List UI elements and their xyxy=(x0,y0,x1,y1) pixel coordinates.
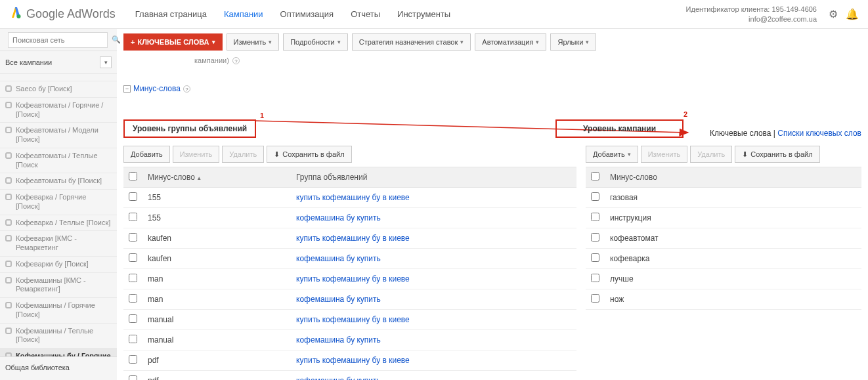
adgroup-link[interactable]: кофемашина бу купить xyxy=(291,289,576,310)
neg-word-cell: 155 xyxy=(142,188,291,208)
neg-word-cell: manual xyxy=(142,310,291,330)
row-checkbox[interactable] xyxy=(129,253,137,262)
left-delete-button[interactable]: Удалить xyxy=(222,146,264,163)
adgroup-link[interactable]: кофемашина бу купить xyxy=(291,208,576,228)
col-neg-word[interactable]: Минус-слово xyxy=(142,167,291,188)
sidebar-item[interactable]: Кофеварки [КМС - Ремаркетинг xyxy=(0,231,117,257)
details-button[interactable]: Подробности ▾ xyxy=(283,33,348,51)
sidebar-item[interactable]: Кофемашины / Горячие [Поиск] xyxy=(0,298,117,324)
col-adgroup[interactable]: Группа объявлений xyxy=(291,167,576,188)
status-icon xyxy=(5,302,12,308)
collapse-section-icon[interactable]: − xyxy=(123,85,131,93)
nav-optimization[interactable]: Оптимизация xyxy=(280,9,334,19)
table-row: нож xyxy=(586,289,861,310)
adgroup-link[interactable]: купить кофемашину бу в киеве xyxy=(291,269,576,289)
neg-word-cell: нож xyxy=(605,289,861,310)
adgroup-link[interactable]: кофемашина бу купить xyxy=(291,371,576,381)
sidebar-item[interactable]: Кофеавтоматы бу [Поиск] xyxy=(0,173,117,190)
sidebar-item[interactable]: Кофемашины бу / Горячие [Поиск] xyxy=(0,348,117,356)
campaign-level-title: Уровень кампании 2 xyxy=(555,119,684,138)
right-add-button[interactable]: Добавить ▾ xyxy=(586,146,638,163)
neg-word-cell: кофеварка xyxy=(605,249,861,269)
annotation-1: 1 xyxy=(260,112,264,119)
adgroup-link[interactable]: купить кофемашину бу в киеве xyxy=(291,188,576,208)
campaigns-dropdown-icon[interactable]: ▾ xyxy=(100,56,112,68)
table-row: kaufenкофемашина бу купить xyxy=(123,249,576,269)
sidebar-item[interactable]: Кофемашины / Теплые [Поиск] xyxy=(0,324,117,349)
sidebar-item-label: Кофемашины / Горячие [Поиск] xyxy=(16,301,112,320)
row-checkbox[interactable] xyxy=(129,294,137,303)
sidebar-item-label: Кофеавтоматы / Горячие / [Поиск] xyxy=(16,101,112,119)
status-icon xyxy=(5,177,12,184)
row-checkbox[interactable] xyxy=(129,375,137,380)
labels-button[interactable]: Ярлыки ▾ xyxy=(550,33,596,51)
right-edit-button[interactable]: Изменить xyxy=(641,146,688,163)
row-checkbox[interactable] xyxy=(591,192,599,201)
row-checkbox[interactable] xyxy=(591,253,599,262)
adgroup-link[interactable]: кофемашина бу купить xyxy=(291,249,576,269)
help-icon[interactable]: ? xyxy=(183,85,190,93)
row-checkbox[interactable] xyxy=(129,355,137,364)
left-save-button[interactable]: ⬇ Сохранить в файл xyxy=(267,146,351,163)
row-checkbox[interactable] xyxy=(591,294,599,303)
row-checkbox[interactable] xyxy=(129,213,137,221)
bell-icon[interactable]: 🔔 xyxy=(846,8,859,20)
row-checkbox[interactable] xyxy=(591,233,599,242)
sidebar-item[interactable]: Кофеварка / Горячие [Поиск] xyxy=(0,190,117,215)
row-checkbox[interactable] xyxy=(591,274,599,282)
neg-word-cell: 155 xyxy=(142,208,291,228)
right-delete-button[interactable]: Удалить xyxy=(690,146,732,163)
sidebar-item[interactable]: Кофеавтоматы / Модели [Поиск] xyxy=(0,123,117,148)
table-row: kaufenкупить кофемашину бу в киеве xyxy=(123,228,576,249)
table-row: 155кофемашина бу купить xyxy=(123,208,576,228)
left-select-all-checkbox[interactable] xyxy=(129,172,137,180)
status-icon xyxy=(5,277,12,284)
status-icon xyxy=(5,194,12,200)
adgroup-neg-table: Минус-слово Группа объявлений 155купить … xyxy=(123,167,576,380)
row-checkbox[interactable] xyxy=(591,213,599,221)
row-checkbox[interactable] xyxy=(129,233,137,242)
nav-tools[interactable]: Инструменты xyxy=(397,9,450,19)
row-checkbox[interactable] xyxy=(129,314,137,323)
left-add-button[interactable]: Добавить xyxy=(123,146,170,163)
sidebar-item[interactable]: Кофемашины [КМС - Ремаркетинг] xyxy=(0,273,117,299)
nav-campaigns[interactable]: Кампании xyxy=(224,9,263,19)
nav-home[interactable]: Главная страница xyxy=(135,9,207,19)
adgroup-link[interactable]: кофемашина бу купить xyxy=(291,330,576,350)
negative-keywords-link[interactable]: Минус-слова xyxy=(133,84,181,93)
svg-point-2 xyxy=(17,14,21,18)
nav-reports[interactable]: Отчеты xyxy=(351,9,380,19)
adgroup-link[interactable]: купить кофемашину бу в киеве xyxy=(291,228,576,249)
sidebar-item[interactable]: Кофеавтоматы / Теплые [Поиск xyxy=(0,148,117,174)
sidebar-item[interactable]: Кофеварки бу [Поиск] xyxy=(0,257,117,273)
gear-icon[interactable]: ⚙ xyxy=(829,8,838,20)
col-neg-word[interactable]: Минус-слово xyxy=(605,167,861,188)
neg-word-cell: manual xyxy=(142,330,291,350)
neg-word-cell: лучше xyxy=(605,269,861,289)
neg-word-cell: газовая xyxy=(605,188,861,208)
keyword-lists-link[interactable]: Списки ключевых слов xyxy=(777,129,861,138)
all-campaigns-label[interactable]: Все кампании xyxy=(5,58,52,66)
sidebar-shared-library[interactable]: Общая библиотека xyxy=(0,356,117,378)
table-row: 155купить кофемашину бу в киеве xyxy=(123,188,576,208)
right-select-all-checkbox[interactable] xyxy=(591,172,599,180)
adgroup-link[interactable]: купить кофемашину бу в киеве xyxy=(291,310,576,330)
row-checkbox[interactable] xyxy=(129,192,137,201)
right-save-button[interactable]: ⬇ Сохранить в файл xyxy=(735,146,819,163)
bidstrategy-button[interactable]: Стратегия назначения ставок ▾ xyxy=(352,33,471,51)
automation-button[interactable]: Автоматизация ▾ xyxy=(475,33,546,51)
sidebar-item[interactable]: Saeco бу [Поиск] xyxy=(0,81,117,98)
keywords-button[interactable]: + КЛЮЧЕВЫЕ СЛОВА ▾ xyxy=(123,33,223,51)
sidebar-item[interactable]: Кофеавтоматы / Горячие / [Поиск] xyxy=(0,98,117,123)
left-edit-button[interactable]: Изменить xyxy=(173,146,220,163)
edit-button[interactable]: Изменить ▾ xyxy=(227,33,280,51)
sidebar-search-input[interactable] xyxy=(8,32,108,48)
row-checkbox[interactable] xyxy=(129,335,137,343)
help-icon[interactable]: ? xyxy=(232,57,240,64)
neg-word-cell: pdf xyxy=(142,350,291,371)
sidebar-item[interactable]: Кофеварка / Теплые [Поиск] xyxy=(0,215,117,232)
table-row: pdfкофемашина бу купить xyxy=(123,371,576,381)
row-checkbox[interactable] xyxy=(129,274,137,282)
adgroup-link[interactable]: купить кофемашину бу в киеве xyxy=(291,350,576,371)
neg-word-cell: kaufen xyxy=(142,228,291,249)
